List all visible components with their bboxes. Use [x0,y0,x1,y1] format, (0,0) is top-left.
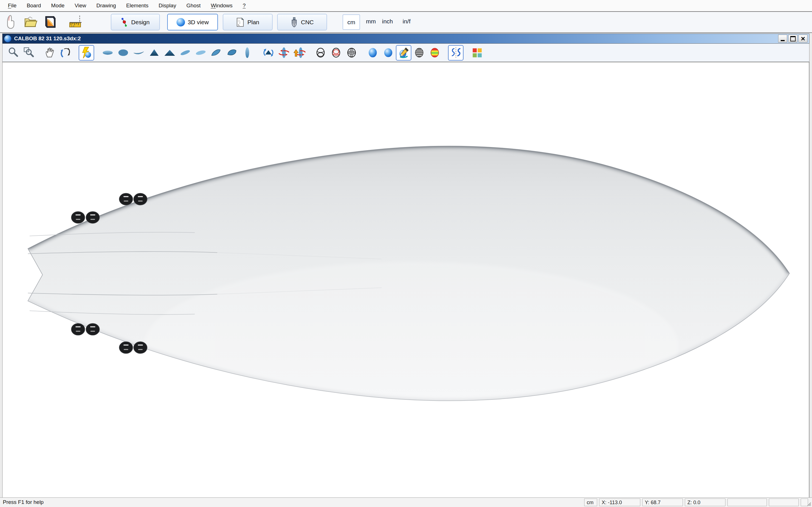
plan-mode-button[interactable]: Plan [223,14,273,31]
open-folder-icon[interactable] [23,15,38,29]
view-3d-button[interactable]: 3D view [167,14,218,31]
front-view-icon[interactable] [239,45,255,61]
measure-ruler-icon[interactable]: 1 0 [68,15,83,29]
pointer-hand-icon[interactable] [3,15,18,29]
menu-item-view[interactable]: View [70,3,91,9]
menu-item-help[interactable]: ? [238,3,251,9]
mdi-workspace: CALBOB 82 31 120.s3dx:2 × [0,33,812,498]
contour-rings-icon[interactable] [313,45,328,61]
stripes-gray-sphere-icon[interactable] [411,45,427,61]
main-toolbar: 1 0 Design 3D view Plan [0,12,812,33]
status-bar: Press F1 for help cm X: -113.0 Y: 68.7 Z… [0,497,812,507]
minimize-icon [781,36,784,41]
menu-item-display[interactable]: Display [154,3,181,9]
design-label: Design [131,19,149,25]
rotate-vertical-icon[interactable] [260,45,276,61]
plan-label: Plan [247,19,259,25]
thickness-back-icon[interactable] [162,45,177,61]
resize-grip[interactable] [806,501,811,506]
document-icon [4,35,11,42]
document-title: CALBOB 82 31 120.s3dx:2 [14,36,81,42]
board-3d-render [3,62,809,497]
status-help-text: Press F1 for help [3,499,44,505]
outline-bottom-icon[interactable] [115,45,131,61]
cnc-tool-icon [290,17,298,27]
tilted-view-1-icon[interactable] [177,45,193,61]
sphere-3d-icon [176,18,185,26]
rotate-3d-icon[interactable] [57,45,73,61]
flip-board-icon[interactable] [292,45,307,61]
status-empty-2 [769,499,799,506]
menu-item-windows[interactable]: Windows [206,3,238,9]
save-book-icon[interactable] [43,15,57,29]
render-sphere-2-icon[interactable] [380,45,396,61]
menu-item-ghost[interactable]: Ghost [181,3,206,9]
menu-item-file[interactable]: File [3,3,22,9]
zoom-window-icon[interactable] [21,45,36,61]
paint-sphere-icon[interactable] [396,45,411,61]
menu-item-elements[interactable]: Elements [121,3,153,9]
design-mode-button[interactable]: Design [111,14,160,31]
zoom-icon[interactable] [5,45,21,61]
light-tool-icon[interactable] [79,45,94,61]
unit-cm[interactable]: cm [343,14,360,30]
view-3d-label: 3D view [188,19,209,25]
minimize-button[interactable] [778,35,787,43]
menu-item-mode[interactable]: Mode [46,3,70,9]
perspective-view-1-icon[interactable] [208,45,224,61]
status-x-coordinate: X: -113.0 [599,499,640,506]
menu-bar: FileBoardModeViewDrawingElementsDisplayG… [0,0,812,12]
contour-rings-red-icon[interactable] [328,45,344,61]
svg-text:1 0: 1 0 [71,25,74,27]
unit-inf[interactable]: in/f [403,18,410,25]
close-button[interactable]: × [799,35,808,43]
cnc-label: CNC [301,19,314,25]
maximize-button[interactable] [788,35,797,43]
plan-doc-icon [236,17,245,27]
window-controls: × [778,35,808,43]
render-sphere-1-icon[interactable] [365,45,380,61]
document-title-bar[interactable]: CALBOB 82 31 120.s3dx:2 × [2,34,809,44]
unit-cm-label: cm [347,19,355,25]
wireframe-globe-icon[interactable] [344,45,359,61]
render-viewport[interactable] [2,62,809,498]
tilted-view-2-icon[interactable] [193,45,208,61]
status-unit: cm [584,499,597,506]
view-toolbar [2,44,809,62]
close-icon: × [801,36,805,41]
status-y-coordinate: Y: 68.7 [642,499,683,506]
status-z-coordinate: Z: 0.0 [685,499,725,506]
outline-top-icon[interactable] [100,45,115,61]
maximize-icon [790,36,796,41]
rocker-profile-icon[interactable] [131,45,146,61]
design-nodes-icon [121,17,128,27]
status-empty-1 [727,499,767,506]
menu-item-board[interactable]: Board [22,3,46,9]
thickness-front-icon[interactable] [146,45,162,61]
pan-hand-icon[interactable] [42,45,57,61]
unit-mm[interactable]: mm [366,18,376,25]
stripes-color-sphere-icon[interactable] [427,45,442,61]
color-palette-icon[interactable] [469,45,485,61]
menu-item-drawing[interactable]: Drawing [91,3,121,9]
rotate-horizontal-icon[interactable] [276,45,292,61]
cnc-mode-button[interactable]: CNC [277,14,327,31]
symmetry-icon[interactable] [448,45,463,61]
perspective-view-2-icon[interactable] [224,45,239,61]
unit-inch[interactable]: inch [382,18,393,25]
